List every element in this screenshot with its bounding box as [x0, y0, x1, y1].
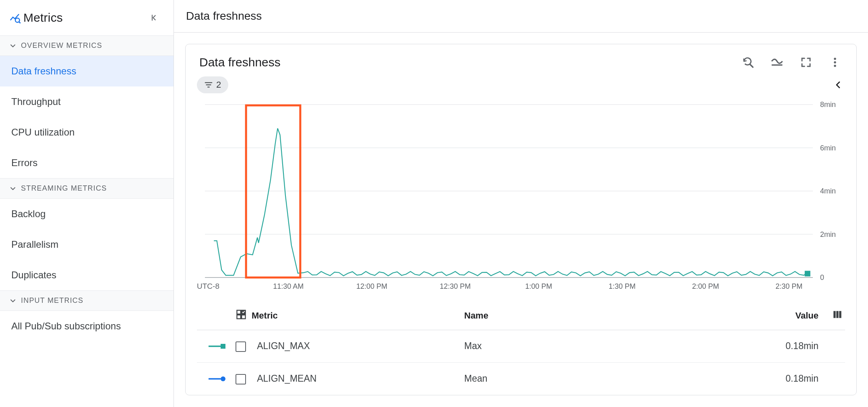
svg-text:11:30 AM: 11:30 AM	[273, 282, 304, 290]
svg-rect-30	[246, 105, 300, 278]
svg-line-3	[750, 64, 753, 67]
svg-rect-39	[221, 344, 225, 349]
legend-row[interactable]: ALIGN_MAX Max 0.18min	[197, 330, 845, 363]
nav-item-duplicates[interactable]: Duplicates	[0, 260, 174, 290]
legend-table: Metric Name Value	[197, 302, 845, 395]
sidebar-header: Metrics	[0, 0, 174, 35]
svg-text:1:30 PM: 1:30 PM	[609, 282, 636, 290]
svg-text:6min: 6min	[820, 144, 836, 152]
svg-text:2:00 PM: 2:00 PM	[692, 282, 719, 290]
svg-rect-33	[242, 315, 245, 319]
page-title: Data freshness	[186, 10, 852, 23]
series-swatch-teal	[199, 342, 236, 350]
sidebar: Metrics OVERVIEW METRICS Data freshness …	[0, 0, 174, 407]
section-header-overview[interactable]: OVERVIEW METRICS	[0, 35, 174, 56]
chip-row: 2	[197, 76, 845, 93]
svg-rect-29	[805, 271, 810, 276]
nav-item-throughput[interactable]: Throughput	[0, 86, 174, 117]
series-swatch-blue	[199, 375, 236, 383]
more-button[interactable]	[828, 56, 842, 69]
chevron-down-icon	[9, 297, 17, 305]
card-actions	[741, 56, 845, 69]
toggle-all-icon[interactable]	[236, 309, 247, 323]
reset-zoom-icon	[742, 56, 754, 69]
legend-checkbox[interactable]	[236, 341, 246, 352]
legend-value: 0.18min	[714, 341, 818, 352]
fullscreen-icon	[800, 56, 812, 68]
content: Data freshness	[174, 33, 868, 407]
svg-point-5	[834, 58, 836, 60]
legend-col-name[interactable]: Name	[464, 310, 714, 321]
filter-chip-count: 2	[216, 80, 221, 90]
svg-point-0	[15, 18, 20, 23]
nav-item-data-freshness[interactable]: Data freshness	[0, 56, 174, 86]
filter-chip[interactable]: 2	[197, 76, 228, 93]
svg-text:2:30 PM: 2:30 PM	[775, 282, 802, 290]
svg-text:0: 0	[820, 273, 824, 282]
legend-metric: ALIGN_MAX	[257, 341, 310, 351]
legend-metric: ALIGN_MEAN	[257, 373, 316, 384]
main: Data freshness Data freshness	[174, 0, 868, 407]
svg-rect-36	[836, 311, 838, 318]
svg-rect-32	[237, 315, 241, 319]
nav-item-errors[interactable]: Errors	[0, 148, 174, 178]
chart-card: Data freshness	[185, 44, 857, 395]
nav-item-parallelism[interactable]: Parallelism	[0, 229, 174, 260]
chevron-first-icon	[150, 13, 159, 22]
nav-item-cpu-utilization[interactable]: CPU utilization	[0, 117, 174, 148]
section-header-input[interactable]: INPUT METRICS	[0, 290, 174, 311]
section-header-label: OVERVIEW METRICS	[21, 41, 102, 50]
svg-point-41	[221, 376, 225, 381]
nav-item-backlog[interactable]: Backlog	[0, 199, 174, 229]
filter-icon	[204, 80, 213, 89]
svg-text:8min: 8min	[820, 101, 836, 109]
section-header-label: INPUT METRICS	[21, 296, 83, 305]
svg-text:UTC-8: UTC-8	[197, 282, 219, 290]
card-title: Data freshness	[197, 56, 741, 69]
svg-text:4min: 4min	[820, 187, 836, 195]
legend-collapse-button[interactable]	[831, 78, 845, 92]
legend-row[interactable]: ALIGN_MEAN Mean 0.18min	[197, 363, 845, 395]
svg-rect-31	[237, 310, 241, 314]
svg-text:2min: 2min	[820, 230, 836, 238]
legend-checkbox[interactable]	[236, 374, 246, 384]
svg-text:12:30 PM: 12:30 PM	[440, 282, 471, 290]
metrics-icon	[9, 12, 23, 24]
svg-text:1:00 PM: 1:00 PM	[525, 282, 552, 290]
svg-point-6	[834, 61, 836, 64]
compare-button[interactable]	[770, 56, 784, 69]
svg-point-7	[834, 65, 836, 67]
card-header: Data freshness	[197, 56, 845, 69]
legend-name: Max	[464, 341, 714, 352]
svg-rect-37	[839, 311, 841, 318]
chevron-down-icon	[9, 185, 17, 193]
chevron-down-icon	[9, 42, 17, 50]
svg-rect-35	[833, 311, 835, 318]
legend-col-value[interactable]: Value	[714, 310, 818, 321]
section-header-streaming[interactable]: STREAMING METRICS	[0, 178, 174, 199]
legend-name: Mean	[464, 373, 714, 384]
sidebar-title: Metrics	[23, 11, 146, 25]
section-header-label: STREAMING METRICS	[21, 184, 107, 193]
sidebar-collapse-button[interactable]	[146, 10, 162, 26]
legend-col-metric[interactable]: Metric	[252, 310, 278, 321]
legend-header: Metric Name Value	[197, 302, 845, 330]
column-settings-icon[interactable]	[832, 312, 843, 322]
chart[interactable]: 02min4min6min8minUTC-811:30 AM12:00 PM12…	[197, 101, 845, 298]
nav-item-pubsub-subscriptions[interactable]: All Pub/Sub subscriptions	[0, 311, 174, 341]
svg-text:12:00 PM: 12:00 PM	[356, 282, 387, 290]
more-vert-icon	[829, 56, 841, 68]
chevron-left-icon	[833, 80, 843, 90]
svg-line-1	[19, 22, 21, 23]
fullscreen-button[interactable]	[799, 56, 813, 69]
compare-icon	[771, 56, 783, 69]
legend-value: 0.18min	[714, 373, 818, 384]
reset-zoom-button[interactable]	[741, 56, 755, 69]
page-title-bar: Data freshness	[174, 0, 868, 33]
